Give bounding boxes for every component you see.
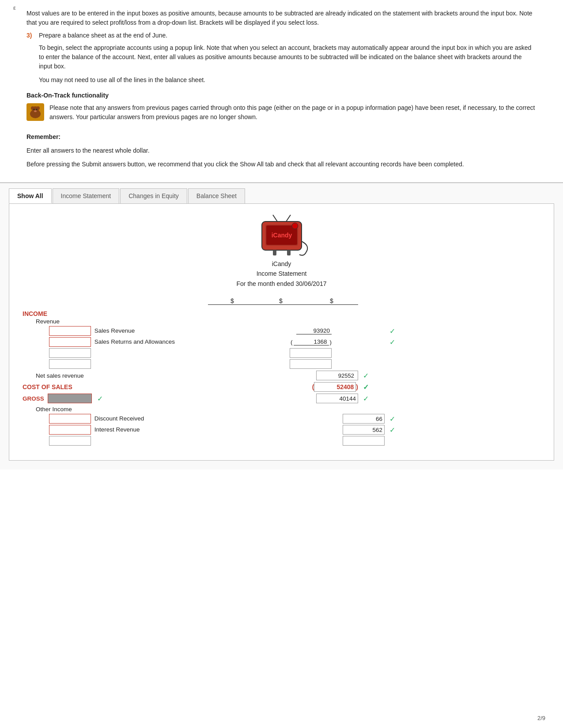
income-section-label: INCOME [23,310,540,317]
cost-of-sales-row: COST OF SALES ( 52408 ) ✓ [23,382,540,392]
interest-col-c: 562 [332,425,385,435]
interest-check: ✓ [385,426,398,434]
gross-value-input[interactable]: 40144 [316,394,358,403]
remember-label: Remember: [26,132,537,142]
gross-value-text: 40144 [339,395,356,402]
before-submit: Before pressing the Submit answers butto… [26,160,537,169]
gross-col-c: 40144 [305,394,358,403]
item3-number: 3) [26,32,35,39]
tab-changes-in-equity[interactable]: Changes in Equity [120,188,187,203]
discount-check: ✓ [385,415,398,423]
mascot-icon [27,104,43,120]
page-number-bottom: 2/9 [537,715,545,721]
svg-text:iCandy: iCandy [271,232,292,239]
instruction-item3: 3) Prepare a balance sheet as at the end… [26,32,537,39]
sales-returns-checkmark: ✓ [389,338,395,346]
sales-returns-bracket-left: ( [291,339,293,345]
empty-value-3[interactable] [343,436,385,446]
sales-revenue-label: Sales Revenue [94,327,135,334]
svg-rect-13 [287,250,291,255]
svg-rect-12 [273,250,276,255]
sales-returns-input[interactable] [49,337,91,347]
empty-input-1[interactable] [49,348,91,358]
interest-value-input[interactable]: 562 [343,425,385,435]
cost-col-c: ( 52408 ) [305,382,358,392]
tabs-container: Show All Income Statement Changes in Equ… [9,188,554,203]
interest-revenue-label: Interest Revenue [94,426,140,433]
bot-icon [26,103,44,121]
statement-type: Income Statement [237,269,327,278]
discount-checkmark: ✓ [389,415,395,423]
discount-received-row: Discount Received 66 ✓ [23,414,540,424]
instruction-para2: To begin, select the appropriate account… [39,43,537,71]
svg-line-14 [273,215,277,221]
cost-checkmark: ✓ [363,383,369,391]
company-info: iCandy Income Statement For the month en… [237,259,327,289]
interest-revenue-row: Interest Revenue 562 ✓ [23,425,540,435]
sales-returns-check: ✓ [385,338,398,346]
tab-balance-sheet[interactable]: Balance Sheet [188,188,245,203]
sales-revenue-col-b: 93920 [283,327,332,334]
empty-row-1-col-b [283,348,332,358]
item3-text: Prepare a balance sheet as at the end of… [39,32,167,39]
tab-income-statement[interactable]: Income Statement [53,188,120,203]
revenue-label: Revenue [36,318,221,325]
discount-received-label: Discount Received [94,415,144,422]
discount-value-input[interactable]: 66 [343,414,385,424]
other-income-label: Other Income [36,406,221,413]
empty-row-1-label [49,348,234,358]
sales-returns-label-cell: Sales Returns and Allowances [49,337,234,347]
sales-revenue-check: ✓ [385,327,398,335]
statement-period: For the month ended 30/06/2017 [237,279,327,289]
sales-returns-value: 1368 [294,338,329,345]
gross-check: ✓ [358,394,371,403]
tab-show-all[interactable]: Show All [9,188,52,203]
sales-revenue-row: Sales Revenue 93920 ✓ [23,326,540,336]
enter-answers: Enter all answers to the nearest whole d… [26,146,537,155]
sales-revenue-input[interactable] [49,326,91,336]
instruction-para3: You may not need to use all of the lines… [39,75,537,85]
empty-value-input-1[interactable] [290,348,332,358]
discount-received-input[interactable] [49,414,91,424]
empty-value-input-2[interactable] [290,359,332,369]
cost-check: ✓ [358,383,371,391]
empty-row-3-col-c [332,436,385,446]
back-on-track-label: Back-On-Track functionality [26,92,537,99]
net-sales-label: Net sales revenue [23,372,208,379]
cost-of-sales-value-text: 52408 [336,383,354,390]
interest-revenue-input[interactable] [49,425,91,435]
empty-row-3 [23,436,540,446]
main-content: iCandy iCandy Income Statement For the m… [0,203,563,469]
net-sales-check: ✓ [358,372,371,380]
income-statement-table: $ $ $ INCOME Revenue Sales Re [23,297,540,446]
net-sales-col-c: 92552 [305,371,358,380]
sales-returns-row: Sales Returns and Allowances ( 1368 ) ✓ [23,337,540,347]
gross-label: GROSS [23,395,44,402]
statement-box: iCandy iCandy Income Statement For the m… [9,203,554,461]
sales-revenue-checkmark: ✓ [389,327,395,335]
net-sales-checkmark: ✓ [363,372,369,379]
instructions-section: Most values are to be entered in the inp… [0,0,563,183]
interest-value-text: 562 [372,427,382,433]
col-c-header: $ [305,297,358,305]
empty-input-3[interactable] [49,436,91,446]
gross-checkmark: ✓ [363,395,369,402]
svg-point-6 [34,110,37,112]
empty-input-2[interactable] [49,359,91,369]
empty-row-1 [23,348,540,358]
svg-line-15 [286,215,291,221]
instruction-para1: Most values are to be entered in the inp… [26,9,537,27]
tabs-area: Show All Income Statement Changes in Equ… [0,183,563,203]
svg-point-5 [36,109,38,110]
net-sales-value[interactable]: 92552 [316,371,358,380]
svg-point-4 [34,109,35,110]
empty-row-2-col-b [283,359,332,369]
discount-col-c: 66 [332,414,385,424]
cost-of-sales-input[interactable]: 52408 [314,382,356,392]
net-sales-value-text: 92552 [336,372,356,380]
gross-label-cell: GROSS ✓ [23,394,208,403]
gross-input[interactable] [48,394,92,403]
sales-returns-label: Sales Returns and Allowances [94,338,175,345]
page-number-top: ε [13,4,16,11]
empty-row-2 [23,359,540,369]
